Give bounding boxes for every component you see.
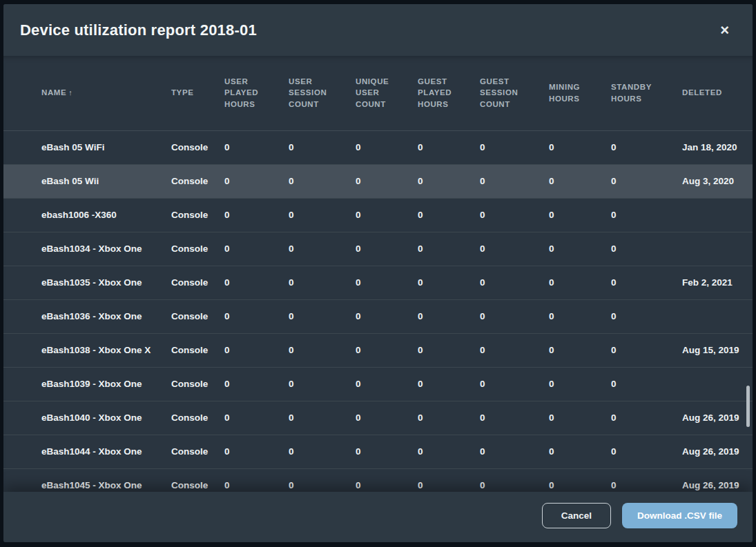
column-header-label: USER PLAYED HOURS — [224, 77, 258, 108]
cell-deleted: Aug 15, 2019 — [682, 333, 753, 367]
cell-guest_played_hours: 0 — [418, 299, 480, 333]
cell-guest_session_count: 0 — [480, 232, 549, 266]
cell-user_played_hours: 0 — [224, 232, 289, 266]
cell-deleted — [682, 299, 753, 333]
cell-unique_user_count: 0 — [356, 401, 418, 435]
cell-standby_hours: 0 — [611, 232, 682, 266]
cell-name: eBash 05 WiFi — [3, 130, 171, 164]
cell-guest_played_hours: 0 — [418, 435, 480, 468]
cell-guest_session_count: 0 — [480, 435, 549, 468]
column-header-label: USER SESSION COUNT — [289, 77, 327, 108]
cell-standby_hours: 0 — [611, 367, 682, 401]
cell-user_session_count: 0 — [289, 435, 356, 468]
cell-name: eBash1044 - Xbox One — [3, 435, 171, 468]
cell-user_played_hours: 0 — [224, 401, 289, 435]
cell-unique_user_count: 0 — [356, 333, 418, 367]
cell-user_played_hours: 0 — [224, 198, 289, 232]
column-header-mining_hours[interactable]: MINING HOURS — [549, 56, 611, 130]
cell-standby_hours: 0 — [611, 401, 682, 435]
cell-name: eBash1035 - Xbox One — [3, 266, 171, 299]
column-header-label: DELETED — [682, 88, 722, 97]
cell-standby_hours: 0 — [611, 164, 682, 198]
cell-unique_user_count: 0 — [356, 299, 418, 333]
cell-name: eBash1040 - Xbox One — [3, 401, 171, 435]
column-header-user_session_count[interactable]: USER SESSION COUNT — [289, 56, 356, 130]
table-row[interactable]: eBash1040 - Xbox OneConsole0000000Aug 26… — [3, 401, 753, 435]
cell-standby_hours: 0 — [611, 468, 682, 492]
column-header-label: MINING HOURS — [549, 83, 580, 103]
column-header-standby_hours[interactable]: STANDBY HOURS — [611, 56, 682, 130]
cell-user_session_count: 0 — [289, 130, 356, 164]
cell-type: Console — [171, 468, 224, 492]
column-header-label: TYPE — [171, 88, 193, 97]
table-row[interactable]: eBash1044 - Xbox OneConsole0000000Aug 26… — [3, 435, 753, 468]
cell-guest_session_count: 0 — [480, 266, 549, 299]
cell-user_played_hours: 0 — [224, 299, 289, 333]
download-csv-button[interactable]: Download .CSV file — [622, 503, 737, 528]
cell-mining_hours: 0 — [549, 130, 611, 164]
cancel-button[interactable]: Cancel — [542, 503, 611, 528]
cell-standby_hours: 0 — [611, 130, 682, 164]
cell-standby_hours: 0 — [611, 299, 682, 333]
cell-mining_hours: 0 — [549, 299, 611, 333]
column-header-deleted[interactable]: DELETED — [682, 56, 753, 130]
column-header-label: STANDBY HOURS — [611, 83, 652, 103]
table-row[interactable]: eBash 05 WiFiConsole0000000Jan 18, 2020 — [3, 130, 753, 164]
column-header-name[interactable]: NAME↑ — [3, 56, 171, 130]
column-header-label: GUEST SESSION COUNT — [480, 77, 518, 108]
cell-deleted: Jan 18, 2020 — [682, 130, 753, 164]
cell-user_session_count: 0 — [289, 266, 356, 299]
column-header-guest_session_count[interactable]: GUEST SESSION COUNT — [480, 56, 549, 130]
modal-footer: Cancel Download .CSV file — [3, 492, 753, 542]
cell-user_session_count: 0 — [289, 468, 356, 492]
cell-mining_hours: 0 — [549, 198, 611, 232]
cell-unique_user_count: 0 — [356, 435, 418, 468]
column-header-label: UNIQUE USER COUNT — [356, 77, 389, 108]
cell-unique_user_count: 0 — [356, 164, 418, 198]
cell-unique_user_count: 0 — [356, 367, 418, 401]
column-header-user_played_hours[interactable]: USER PLAYED HOURS — [224, 56, 289, 130]
cell-user_played_hours: 0 — [224, 333, 289, 367]
page-title: Device utilization report 2018-01 — [20, 21, 257, 39]
cell-guest_played_hours: 0 — [418, 266, 480, 299]
cell-deleted: Aug 26, 2019 — [682, 435, 753, 468]
cell-type: Console — [171, 198, 224, 232]
cell-name: eBash1036 - Xbox One — [3, 299, 171, 333]
cell-user_session_count: 0 — [289, 367, 356, 401]
cell-user_played_hours: 0 — [224, 130, 289, 164]
cell-mining_hours: 0 — [549, 164, 611, 198]
close-icon[interactable]: × — [715, 20, 735, 41]
device-utilization-report-modal: Device utilization report 2018-01 × NAME… — [3, 4, 753, 542]
cell-guest_session_count: 0 — [480, 401, 549, 435]
cell-standby_hours: 0 — [611, 198, 682, 232]
cell-name: ebash1006 -X360 — [3, 198, 171, 232]
device-utilization-table: NAME↑TYPEUSER PLAYED HOURSUSER SESSION C… — [3, 56, 753, 492]
cell-type: Console — [171, 232, 224, 266]
cell-user_session_count: 0 — [289, 164, 356, 198]
column-header-type[interactable]: TYPE — [171, 56, 224, 130]
table-row[interactable]: eBash1038 - Xbox One XConsole0000000Aug … — [3, 333, 753, 367]
table-row[interactable]: eBash1036 - Xbox OneConsole0000000 — [3, 299, 753, 333]
table-row[interactable]: eBash1039 - Xbox OneConsole0000000 — [3, 367, 753, 401]
table-row[interactable]: eBash1035 - Xbox OneConsole0000000Feb 2,… — [3, 266, 753, 299]
sort-asc-icon: ↑ — [68, 88, 72, 97]
cell-deleted: Aug 3, 2020 — [682, 164, 753, 198]
cell-mining_hours: 0 — [549, 367, 611, 401]
cell-type: Console — [171, 333, 224, 367]
column-header-unique_user_count[interactable]: UNIQUE USER COUNT — [356, 56, 418, 130]
cell-mining_hours: 0 — [549, 266, 611, 299]
table-row[interactable]: eBash 05 WiiConsole0000000Aug 3, 2020 — [3, 164, 753, 198]
vertical-scrollbar-thumb[interactable] — [746, 386, 750, 427]
cell-user_played_hours: 0 — [224, 266, 289, 299]
cell-mining_hours: 0 — [549, 333, 611, 367]
table-row[interactable]: eBash1045 - Xbox OneConsole0000000Aug 26… — [3, 468, 753, 492]
cell-deleted: Aug 26, 2019 — [682, 468, 753, 492]
cell-type: Console — [171, 299, 224, 333]
cell-name: eBash1038 - Xbox One X — [3, 333, 171, 367]
cell-unique_user_count: 0 — [356, 266, 418, 299]
cell-guest_session_count: 0 — [480, 130, 549, 164]
column-header-guest_played_hours[interactable]: GUEST PLAYED HOURS — [418, 56, 480, 130]
table-row[interactable]: ebash1006 -X360Console0000000 — [3, 198, 753, 232]
cell-name: eBash1039 - Xbox One — [3, 367, 171, 401]
table-row[interactable]: eBash1034 - Xbox OneConsole0000000 — [3, 232, 753, 266]
